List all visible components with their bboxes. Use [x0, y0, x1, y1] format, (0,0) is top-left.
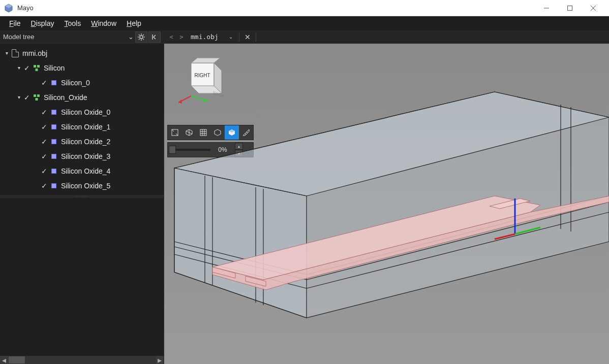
tree-leaf[interactable]: ✓ Silicon_0 — [0, 75, 164, 90]
tree-root-label: mmi.obj — [20, 49, 47, 57]
visibility-check-icon[interactable]: ✓ — [22, 93, 32, 102]
menu-file[interactable]: File — [4, 18, 26, 29]
properties-panel — [0, 198, 164, 356]
svg-rect-17 — [37, 65, 40, 68]
close-tab-button[interactable]: ✕ — [241, 33, 254, 41]
active-tab-label[interactable]: mmi.obj — [187, 33, 229, 41]
expand-icon[interactable]: ▾ — [3, 50, 10, 56]
visibility-check-icon[interactable]: ✓ — [40, 167, 49, 175]
visibility-check-icon[interactable]: ✓ — [40, 79, 49, 87]
close-button[interactable] — [582, 0, 605, 16]
tree-leaf[interactable]: ✓ Silicon Oxide_4 — [0, 163, 164, 178]
prev-tab-button[interactable]: < — [166, 34, 176, 41]
tree-root[interactable]: ▾ mmi.obj — [0, 46, 164, 60]
visibility-check-icon[interactable]: ✓ — [40, 182, 49, 190]
menu-display[interactable]: Display — [26, 18, 59, 29]
divider — [256, 32, 256, 42]
scroll-thumb[interactable] — [9, 356, 25, 363]
visibility-check-icon[interactable]: ✓ — [40, 138, 49, 146]
tree-leaf[interactable]: ✓ Silicon Oxide_2 — [0, 134, 164, 149]
svg-point-6 — [140, 36, 143, 39]
menu-help[interactable]: Help — [121, 18, 146, 29]
expand-icon[interactable]: ▾ — [15, 65, 22, 71]
tab-dropdown-icon[interactable]: ⌄ — [229, 34, 237, 40]
document-tab-bar: < > mmi.obj ⌄ ✕ — [164, 30, 609, 44]
tree-leaf-label: Silicon Oxide_5 — [59, 182, 110, 190]
tree-leaf[interactable]: ✓ Silicon Oxide_0 — [0, 105, 164, 119]
tree-group[interactable]: ▾ ✓ Silicon_Oxide — [0, 90, 164, 105]
svg-rect-21 — [36, 98, 38, 101]
tree-leaf-label: Silicon Oxide_1 — [59, 123, 110, 131]
tree-leaf-label: Silicon Oxide_0 — [59, 108, 110, 116]
shape-icon — [49, 183, 59, 188]
tree-leaf-label: Silicon Oxide_4 — [59, 167, 110, 175]
tree-leaf-label: Silicon_0 — [59, 79, 90, 87]
svg-line-14 — [139, 39, 140, 40]
svg-rect-20 — [37, 94, 40, 97]
collapse-panel-button[interactable] — [148, 31, 161, 43]
tree-leaf-label: Silicon Oxide_2 — [59, 138, 110, 146]
visibility-check-icon[interactable]: ✓ — [40, 108, 49, 116]
tree-group[interactable]: ▾ ✓ Silicon — [0, 60, 164, 75]
tree-group-label: Silicon_Oxide — [42, 93, 87, 102]
scroll-right-icon[interactable]: ▸ — [156, 356, 164, 364]
menu-window[interactable]: Window — [86, 18, 121, 29]
tree-group-label: Silicon — [42, 64, 65, 72]
svg-rect-18 — [36, 69, 38, 71]
settings-button[interactable] — [135, 31, 147, 43]
shape-icon — [49, 139, 59, 144]
shape-icon — [49, 154, 59, 159]
svg-rect-3 — [568, 6, 572, 10]
scroll-left-icon[interactable]: ◂ — [0, 356, 8, 364]
tree-leaf[interactable]: ✓ Silicon Oxide_5 — [0, 178, 164, 193]
tree-leaf[interactable]: ✓ Silicon Oxide_1 — [0, 119, 164, 134]
horizontal-scrollbar[interactable]: ◂ ▸ — [0, 356, 164, 364]
shape-icon — [49, 110, 59, 115]
svg-line-11 — [139, 35, 140, 36]
tree-leaf-label: Silicon Oxide_3 — [59, 152, 110, 160]
sidebar: Model tree ⌄ ▾ mmi.obj ▾ ✓ Silicon — [0, 30, 164, 364]
menu-tools[interactable]: Tools — [59, 18, 86, 29]
svg-rect-19 — [34, 94, 36, 97]
tree-leaf[interactable]: ✓ Silicon Oxide_3 — [0, 149, 164, 163]
model-tree-header: Model tree ⌄ — [0, 30, 164, 44]
shape-icon — [49, 169, 59, 174]
window-title: Mayo — [17, 4, 34, 12]
app-icon — [4, 4, 13, 13]
model-tree-title: Model tree — [3, 33, 127, 41]
panel-dropdown-icon[interactable]: ⌄ — [127, 33, 134, 41]
viewer: < > mmi.obj ⌄ ✕ RIGHT BACK — [164, 30, 609, 364]
minimize-button[interactable] — [535, 0, 558, 16]
model-tree: ▾ mmi.obj ▾ ✓ Silicon ✓ Silicon_0 ▾ ✓ — [0, 44, 164, 195]
group-icon — [32, 64, 42, 72]
maximize-button[interactable] — [558, 0, 582, 16]
file-icon — [10, 49, 20, 57]
shape-icon — [49, 124, 59, 129]
divider — [239, 32, 239, 42]
visibility-check-icon[interactable]: ✓ — [40, 123, 49, 131]
svg-line-12 — [143, 39, 144, 40]
group-icon — [32, 94, 42, 101]
visibility-check-icon[interactable]: ✓ — [22, 64, 32, 72]
menu-bar: File Display Tools Window Help — [0, 16, 609, 30]
svg-line-13 — [143, 35, 144, 36]
svg-rect-16 — [34, 65, 36, 68]
title-bar: Mayo — [0, 0, 609, 16]
shape-icon — [49, 80, 59, 85]
visibility-check-icon[interactable]: ✓ — [40, 152, 49, 160]
expand-icon[interactable]: ▾ — [15, 94, 22, 100]
scene — [164, 44, 609, 364]
next-tab-button[interactable]: > — [176, 34, 187, 41]
3d-viewport[interactable]: RIGHT BACK — [164, 44, 609, 364]
